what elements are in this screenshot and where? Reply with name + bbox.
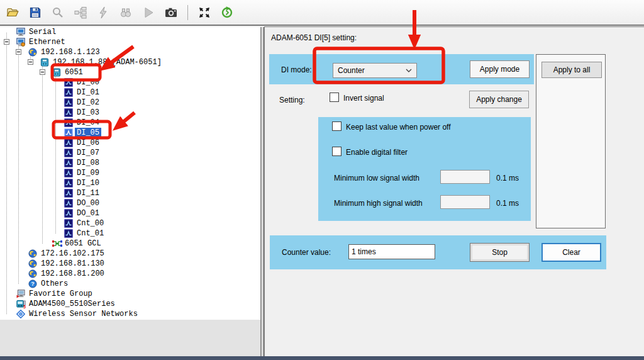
- flash-icon: [96, 6, 110, 20]
- counter-value-input[interactable]: [348, 244, 435, 259]
- min-low-width-label: Minimum low signal width: [334, 174, 419, 183]
- signal-icon: [64, 138, 74, 147]
- tree-item-172-16-102-175[interactable]: 172.16.102.175: [0, 249, 260, 259]
- invert-signal-label: Invert signal: [343, 94, 384, 103]
- keep-last-value-checkbox[interactable]: [332, 121, 341, 131]
- tree-item-favorite-group[interactable]: Favorite Group: [0, 289, 260, 299]
- tree-item-di-01[interactable]: DI_01: [0, 87, 260, 98]
- tree-item-cnt-01[interactable]: Cnt_01: [0, 228, 260, 239]
- tree-item-label: DI_06: [75, 138, 101, 148]
- min-low-width-unit: 0.1 ms: [496, 174, 519, 183]
- toolbar-separator: [187, 5, 188, 20]
- main-toolbar: [0, 0, 644, 26]
- tree-item-di-08[interactable]: DI_08: [0, 158, 260, 168]
- globe-icon: [28, 269, 38, 278]
- tree-item-label: DO_01: [75, 208, 101, 218]
- tree-item-label: DI_00: [75, 77, 101, 87]
- enable-digital-filter-checkbox[interactable]: [332, 147, 341, 156]
- tree-item-6051[interactable]: 6051: [0, 67, 260, 77]
- signal-icon: [64, 88, 74, 97]
- signal-icon: [64, 219, 74, 228]
- signal-icon: [64, 118, 74, 127]
- tree-item-di-05[interactable]: DI_05: [0, 128, 260, 138]
- tree-item-6051-gcl[interactable]: 6051 GCL: [0, 239, 260, 249]
- gcl-icon: [52, 239, 62, 248]
- module-icon: [52, 68, 62, 77]
- settings-panel: ADAM-6051 DI[5] setting: DI mode: Counte…: [264, 26, 644, 357]
- tree-item-di-03[interactable]: DI_03: [0, 108, 260, 118]
- tree-item-label: DI_03: [75, 108, 101, 118]
- tree-item-cnt-00[interactable]: Cnt_00: [0, 218, 260, 228]
- apply-all-box: [536, 54, 606, 228]
- tree-item-di-02[interactable]: DI_02: [0, 98, 260, 108]
- device-tree-panel: SerialEthernet192.168.1.123192.168.1.88-…: [0, 27, 260, 356]
- snapshot-icon[interactable]: [164, 6, 178, 20]
- signal-icon: [64, 159, 74, 167]
- tree-expander-minus-icon[interactable]: [40, 69, 45, 75]
- counter-value-label: Counter value:: [282, 248, 331, 257]
- signal-icon: [64, 209, 74, 218]
- di-mode-dropdown-value: Counter: [338, 66, 365, 75]
- tree-item-others[interactable]: ?Others: [0, 279, 260, 289]
- tree-item-label: 172.16.102.175: [39, 249, 106, 259]
- tree-item-label: DI_11: [75, 188, 101, 198]
- tree-expander-minus-icon[interactable]: [16, 49, 21, 55]
- di-mode-label: DI mode:: [281, 65, 312, 74]
- tree-item-wireless-sensor-networks[interactable]: Wireless Sensor Networks: [0, 309, 260, 319]
- tree-item-label: 6051 GCL: [63, 239, 103, 249]
- tree-item-label: ADAM4500_5510Series: [27, 299, 117, 309]
- tree-expander-minus-icon[interactable]: [4, 39, 9, 45]
- tree-item-serial[interactable]: Serial: [0, 27, 260, 37]
- tree-item-label: DO_00: [75, 198, 101, 208]
- min-high-width-label: Minimum high signal width: [334, 199, 423, 208]
- tree-item-di-07[interactable]: DI_07: [0, 148, 260, 158]
- save-icon[interactable]: [28, 6, 42, 20]
- apply-change-button[interactable]: Apply change: [469, 91, 529, 108]
- signal-icon: [64, 78, 74, 87]
- tree-item-di-09[interactable]: DI_09: [0, 168, 260, 178]
- apply-to-all-button[interactable]: Apply to all: [541, 62, 602, 78]
- min-low-width-input[interactable]: [440, 170, 490, 184]
- window-bottom-edge: [0, 356, 644, 360]
- signal-icon: [64, 189, 74, 198]
- tree-item-label: Cnt_01: [75, 228, 106, 239]
- open-icon[interactable]: [6, 6, 19, 20]
- tree-item-di-06[interactable]: DI_06: [0, 138, 260, 148]
- tree-item-label: DI_08: [75, 158, 101, 168]
- run-icon: [142, 6, 155, 20]
- adam4500-icon: 5: [16, 300, 26, 308]
- globe-icon: [28, 259, 38, 268]
- device-tree[interactable]: SerialEthernet192.168.1.123192.168.1.88-…: [0, 27, 260, 320]
- tree-item-do-01[interactable]: DO_01: [0, 208, 260, 218]
- di-mode-dropdown[interactable]: Counter: [333, 63, 417, 78]
- tree-item-192-168-1-88-adam-6051-[interactable]: 192.168.1.88-[ADAM-6051]: [0, 57, 260, 67]
- svg-text:?: ?: [31, 281, 35, 287]
- tree-item-di-11[interactable]: DI_11: [0, 188, 260, 198]
- min-high-width-input[interactable]: [440, 195, 490, 209]
- globe-icon: [28, 249, 38, 258]
- tree-item-di-04[interactable]: DI_04: [0, 118, 260, 128]
- tree-item-di-00[interactable]: DI_00: [0, 77, 260, 87]
- tree-item-label: 192.168.81.130: [39, 259, 106, 269]
- tree-expander-minus-icon[interactable]: [28, 59, 33, 65]
- tree-item-do-00[interactable]: DO_00: [0, 198, 260, 208]
- signal-icon: [64, 229, 74, 238]
- signal-icon: [64, 98, 74, 107]
- tree-item-di-10[interactable]: DI_10: [0, 178, 260, 188]
- tree-item-label: 192.168.1.88-[ADAM-6051]: [51, 57, 164, 67]
- tree-item-adam4500-5510series[interactable]: 5ADAM4500_5510Series: [0, 299, 260, 309]
- invert-signal-checkbox[interactable]: [330, 93, 339, 102]
- setting-label: Setting:: [279, 96, 305, 104]
- clear-button[interactable]: Clear: [541, 243, 601, 262]
- tree-item-ethernet[interactable]: Ethernet: [0, 37, 260, 47]
- tree-item-192-168-1-123[interactable]: 192.168.1.123: [0, 47, 260, 57]
- tree-item-192-168-81-200[interactable]: 192.168.81.200: [0, 269, 260, 279]
- tree-item-192-168-81-130[interactable]: 192.168.81.130: [0, 259, 260, 269]
- stop-button[interactable]: Stop: [470, 243, 530, 262]
- refresh-icon[interactable]: [220, 6, 234, 20]
- tree-item-label: DI_01: [75, 87, 101, 98]
- tree-item-label: DI_02: [75, 98, 101, 108]
- fullscreen-icon[interactable]: [197, 6, 211, 20]
- group-config-icon: [74, 6, 87, 20]
- apply-mode-button[interactable]: Apply mode: [470, 60, 530, 78]
